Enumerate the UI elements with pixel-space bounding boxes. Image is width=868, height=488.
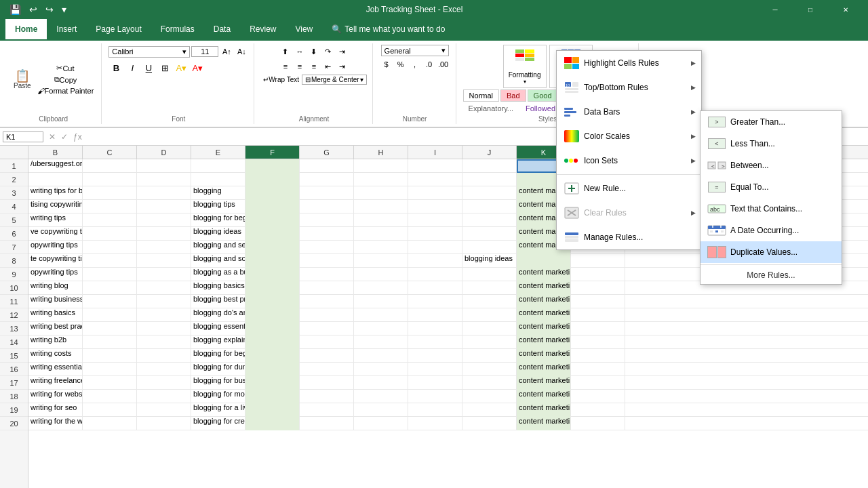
cell-G4[interactable] [300, 200, 354, 214]
cell-C5[interactable] [83, 214, 137, 227]
cell-D5[interactable] [137, 214, 191, 227]
cell-J14[interactable] [462, 336, 517, 349]
decrease-font-button[interactable]: A↓ [235, 45, 248, 58]
cell-L13[interactable] [571, 322, 625, 336]
cell-E19[interactable]: blogging for a living [191, 403, 245, 417]
cell-H9[interactable] [354, 268, 408, 281]
accounting-button[interactable]: $ [380, 58, 393, 71]
cell-H20[interactable] [354, 417, 408, 430]
cell-G20[interactable] [300, 417, 354, 430]
align-bottom-button[interactable]: ⬇ [307, 45, 321, 58]
font-color-button[interactable]: A▾ [190, 60, 205, 75]
row-number-14[interactable]: 14 [0, 336, 28, 349]
comma-button[interactable]: , [408, 58, 422, 71]
row-number-11[interactable]: 11 [0, 295, 28, 308]
cell-H12[interactable] [354, 308, 408, 322]
cell-G11[interactable] [300, 295, 354, 308]
increase-font-button[interactable]: A↑ [220, 45, 233, 58]
tab-data[interactable]: Data [204, 19, 240, 41]
cell-L18[interactable] [571, 390, 625, 403]
row-number-4[interactable]: 4 [0, 200, 28, 214]
cell-F4[interactable] [245, 200, 300, 214]
cell-C12[interactable] [83, 308, 137, 322]
undo-icon[interactable]: ↩ [26, 3, 40, 16]
cell-B11[interactable]: writing business [28, 295, 83, 308]
cell-C4[interactable] [83, 200, 137, 214]
cell-B2[interactable] [28, 173, 83, 186]
style-good[interactable]: Good [528, 89, 558, 102]
cell-K17[interactable]: content marketing effectiveness [517, 376, 571, 390]
cell-I1[interactable] [408, 159, 462, 173]
submenu-less-than[interactable]: < Less Than... [701, 133, 842, 155]
row-number-2[interactable]: 2 [0, 173, 28, 186]
cell-J5[interactable] [462, 214, 517, 227]
cell-H10[interactable] [354, 281, 408, 295]
row-number-17[interactable]: 17 [0, 376, 28, 390]
submenu-date-occurring[interactable]: A Date Occurring... [701, 220, 842, 241]
cell-F15[interactable] [245, 349, 300, 363]
cell-I5[interactable] [408, 214, 462, 227]
cell-B7[interactable]: opywriting tips [28, 241, 83, 254]
cell-B10[interactable]: writing blog [28, 281, 83, 295]
row-number-6[interactable]: 6 [0, 227, 28, 241]
style-normal[interactable]: Normal [463, 89, 499, 102]
submenu-text-contains[interactable]: abc Text that Contains... [701, 198, 842, 220]
cell-E4[interactable]: blogging tips [191, 200, 245, 214]
cell-E17[interactable]: blogging for business [191, 376, 245, 390]
cell-I9[interactable] [408, 268, 462, 281]
cell-F2[interactable] [245, 173, 300, 186]
cell-C7[interactable] [83, 241, 137, 254]
cell-D17[interactable] [137, 376, 191, 390]
cell-K13[interactable]: content marketing case studies [517, 322, 571, 336]
maximize-button[interactable]: □ [795, 0, 826, 19]
cell-D8[interactable] [137, 254, 191, 268]
cell-D18[interactable] [137, 390, 191, 403]
increase-indent-button[interactable]: ⇥ [336, 60, 349, 73]
cell-I12[interactable] [408, 308, 462, 322]
cell-H18[interactable] [354, 390, 408, 403]
cell-E12[interactable]: blogging do's and don'ts [191, 308, 245, 322]
cell-F17[interactable] [245, 376, 300, 390]
cell-L15[interactable] [571, 349, 625, 363]
cell-K19[interactable]: content marketing for small businesses [517, 403, 571, 417]
cell-J16[interactable] [462, 363, 517, 376]
cell-I10[interactable] [408, 281, 462, 295]
cell-L17[interactable] [571, 376, 625, 390]
save-icon[interactable]: 💾 [7, 3, 24, 16]
cell-K14[interactable]: content marketing checklist [517, 336, 571, 349]
cell-D7[interactable] [137, 241, 191, 254]
row-number-3[interactable]: 3 [0, 186, 28, 200]
cell-G3[interactable] [300, 186, 354, 200]
cell-K16[interactable]: content marketing editorial calendar [517, 363, 571, 376]
cell-C20[interactable] [83, 417, 137, 430]
cell-D12[interactable] [137, 308, 191, 322]
italic-button[interactable]: I [125, 60, 140, 75]
align-middle-button[interactable]: ↔ [293, 45, 307, 58]
cell-C1[interactable] [83, 159, 137, 173]
cell-C8[interactable] [83, 254, 137, 268]
cell-H3[interactable] [354, 186, 408, 200]
col-header-g[interactable]: G [300, 146, 354, 159]
cell-E11[interactable]: blogging best practices [191, 295, 245, 308]
cell-G10[interactable] [300, 281, 354, 295]
cell-H6[interactable] [354, 227, 408, 241]
cell-F18[interactable] [245, 390, 300, 403]
cell-F16[interactable] [245, 363, 300, 376]
cell-F19[interactable] [245, 403, 300, 417]
format-painter-button[interactable]: 🖌 Format Painter [35, 86, 96, 96]
tab-formulas[interactable]: Formulas [151, 19, 204, 41]
cell-B17[interactable]: writing freelance [28, 376, 83, 390]
text-direction-button[interactable]: ↷ [321, 45, 335, 58]
tab-page-layout[interactable]: Page Layout [86, 19, 151, 41]
cell-E1[interactable] [191, 159, 245, 173]
menu-new-rule[interactable]: New Rule... [557, 176, 701, 201]
cell-B14[interactable]: writing b2b [28, 336, 83, 349]
tab-insert[interactable]: Insert [47, 19, 86, 41]
cell-E7[interactable]: blogging and seo [191, 241, 245, 254]
cell-J19[interactable] [462, 403, 517, 417]
cell-J4[interactable] [462, 200, 517, 214]
cell-I13[interactable] [408, 322, 462, 336]
cell-G19[interactable] [300, 403, 354, 417]
cell-H1[interactable] [354, 159, 408, 173]
cell-K10[interactable]: content marketing [517, 281, 571, 295]
